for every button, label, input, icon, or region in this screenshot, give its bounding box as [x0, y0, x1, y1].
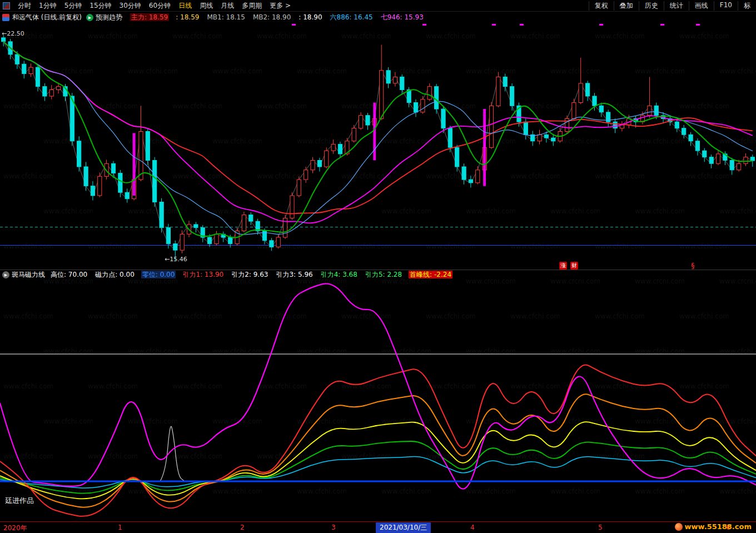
- title-value: 七946: 15.93: [380, 13, 425, 21]
- svg-text:←22.50: ←22.50: [2, 30, 24, 37]
- stock-title: 和远气体 (日线.前复权): [12, 13, 82, 22]
- axis-tick-3: 3: [331, 524, 336, 531]
- title-value: : 18.59: [175, 13, 200, 21]
- period-15分钟[interactable]: 15分钟: [86, 1, 115, 11]
- indicator-chart[interactable]: 廷进作品: [0, 280, 756, 521]
- indicator-field: 引力3: 5.96: [275, 271, 314, 278]
- period-30分钟[interactable]: 30分钟: [116, 1, 145, 11]
- tool-F10[interactable]: F10: [714, 1, 738, 11]
- period-1分钟[interactable]: 1分钟: [35, 1, 61, 11]
- indicator-name: 斑马磁力线: [12, 270, 45, 280]
- axis-tick-5: 5: [598, 524, 603, 531]
- period-日线[interactable]: 日线: [175, 1, 196, 11]
- tool-复权[interactable]: 复权: [589, 1, 614, 11]
- chart-titlebar: 和远气体 (日线.前复权) ▶ 预测趋势 主力: 18.59: 18.59MB1…: [0, 12, 756, 23]
- author-label: 廷进作品: [5, 496, 34, 506]
- tools-menu: 复权叠加历史统计画线F10标: [589, 1, 756, 11]
- trend-indicator-icon[interactable]: ▶: [86, 14, 93, 21]
- indicator-values: 高位: 70.00磁力点: 0.00零位: 0.00引力1: 13.90引力2:…: [49, 270, 458, 280]
- tool-历史[interactable]: 历史: [639, 1, 664, 11]
- period-周线[interactable]: 周线: [196, 1, 217, 11]
- trend-label: 预测趋势: [96, 13, 122, 22]
- marker-badge-财[interactable]: 财: [570, 262, 578, 270]
- current-date-label: 2021/03/10/三: [376, 522, 431, 533]
- indicator-field: 引力5: 2.28: [364, 271, 403, 278]
- main-chart[interactable]: ←22.50←15.46 涨财§: [0, 23, 756, 270]
- indicator-icon[interactable]: ▶: [2, 271, 9, 278]
- svg-text:←15.46: ←15.46: [165, 256, 187, 263]
- stock-logo-icon: [2, 14, 9, 21]
- indicator-field: 引力2: 9.63: [230, 271, 269, 278]
- site-url: www.55188.com: [685, 522, 752, 531]
- tool-标[interactable]: 标: [738, 1, 756, 11]
- indicator-field: 引力4: 3.68: [320, 271, 359, 278]
- axis-tick-4: 4: [470, 524, 475, 531]
- indicator-field: 首峰线: -2.24: [409, 271, 452, 278]
- axis-tick-1: 1: [118, 524, 122, 531]
- title-value: MB1: 18.15: [206, 13, 246, 21]
- period-menu: 分时1分钟5分钟15分钟30分钟60分钟日线周线月线多周期更多 >: [14, 1, 295, 11]
- title-value: 六886: 16.45: [329, 13, 374, 21]
- period-toolbar: 分时1分钟5分钟15分钟30分钟60分钟日线周线月线多周期更多 > 复权叠加历史…: [0, 0, 756, 12]
- main-indicator-values: 主力: 18.59: 18.59MB1: 18.15MB2: 18.90: 18…: [130, 13, 430, 22]
- period-分时[interactable]: 分时: [14, 1, 35, 11]
- period-月线[interactable]: 月线: [217, 1, 238, 11]
- indicator-svg: [0, 280, 756, 521]
- title-value: 主力: 18.59: [130, 13, 169, 21]
- app-menu-icon[interactable]: [3, 2, 10, 9]
- axis-year-label: 2020年: [3, 524, 27, 533]
- section-marker: §: [691, 261, 695, 270]
- axis-tick-2: 2: [240, 524, 245, 531]
- tool-统计[interactable]: 统计: [664, 1, 689, 11]
- candlestick-svg: ←22.50←15.46: [0, 23, 756, 270]
- site-logo-icon: [675, 523, 683, 531]
- tool-叠加[interactable]: 叠加: [614, 1, 639, 11]
- indicator-field: 零位: 0.00: [141, 271, 176, 278]
- period-5分钟[interactable]: 5分钟: [61, 1, 86, 11]
- indicator-field: 引力1: 13.90: [181, 271, 225, 278]
- indicator-field: 磁力点: 0.00: [94, 271, 136, 278]
- site-logo: www.55188.com: [675, 522, 752, 531]
- tool-画线[interactable]: 画线: [689, 1, 714, 11]
- time-axis-bar: 2020年 123456 2021/03/10/三 www.55188.com: [0, 521, 756, 533]
- period-60分钟[interactable]: 60分钟: [145, 1, 175, 11]
- period-更多 >[interactable]: 更多 >: [266, 1, 295, 11]
- period-多周期[interactable]: 多周期: [238, 1, 266, 11]
- marker-badge-涨[interactable]: 涨: [559, 262, 567, 270]
- indicator-field: 高位: 70.00: [49, 271, 88, 278]
- title-value: MB2: 18.90: [252, 13, 292, 21]
- indicator-header: ▶ 斑马磁力线 高位: 70.00磁力点: 0.00零位: 0.00引力1: 1…: [0, 270, 756, 280]
- title-value: : 18.90: [297, 13, 323, 21]
